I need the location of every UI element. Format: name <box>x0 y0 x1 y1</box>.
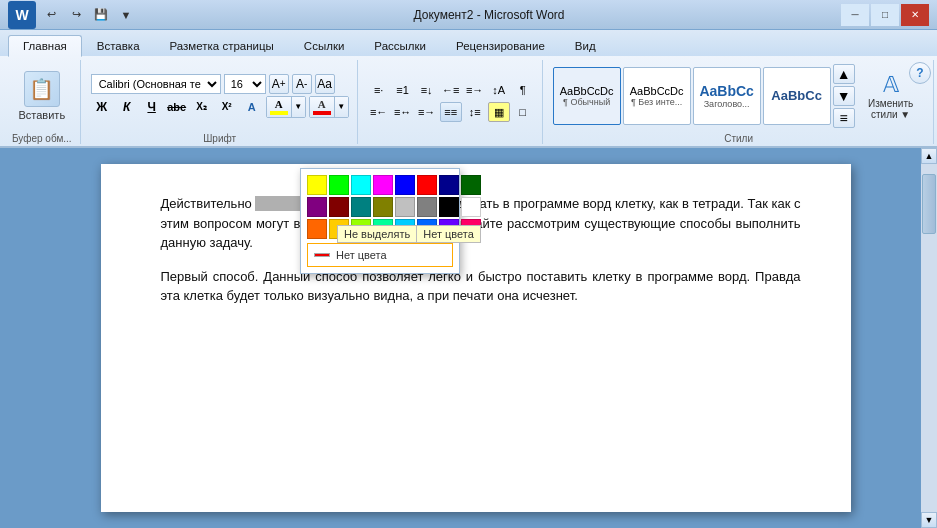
tooltip-content: Нет цвета <box>423 228 474 240</box>
tab-insert[interactable]: Вставка <box>82 35 155 56</box>
tab-review[interactable]: Рецензирование <box>441 35 560 56</box>
font-content: Calibri (Основная те... 16 A+ A- Aa Ж К … <box>91 60 349 131</box>
strikethrough-button[interactable]: аbe <box>166 97 188 117</box>
color-dark-green[interactable] <box>461 175 481 195</box>
tab-references[interactable]: Ссылки <box>289 35 360 56</box>
increase-indent-button[interactable]: ≡→ <box>464 80 486 100</box>
color-maroon[interactable] <box>329 197 349 217</box>
font-color-button[interactable]: А <box>310 97 334 117</box>
border-button[interactable]: □ <box>512 102 534 122</box>
help-button[interactable]: ? <box>909 62 931 84</box>
list-multilevel-button[interactable]: ≡↓ <box>416 80 438 100</box>
sort-button[interactable]: ↕A <box>488 80 510 100</box>
font-size-select[interactable]: 16 <box>224 74 266 94</box>
color-magenta[interactable] <box>373 175 393 195</box>
color-gray[interactable] <box>417 197 437 217</box>
color-black[interactable] <box>439 197 459 217</box>
ribbon-tabs: Главная Вставка Разметка страницы Ссылки… <box>0 30 937 56</box>
ribbon-group-styles: AaBbCcDc ¶ Обычный AaBbCcDc ¶ Без инте..… <box>545 60 934 144</box>
styles-down-button[interactable]: ▼ <box>833 86 855 106</box>
quick-access-toolbar: ↩ ↪ 💾 ▼ <box>40 4 137 26</box>
list-number-button[interactable]: ≡1 <box>392 80 414 100</box>
justify-button[interactable]: ≡≡ <box>440 102 462 122</box>
scroll-thumb[interactable] <box>922 174 936 234</box>
highlight-color-wrap: А ▼ <box>266 96 306 118</box>
align-left-button[interactable]: ≡← <box>368 102 390 122</box>
style-normal-preview: AaBbCcDc <box>560 85 614 97</box>
save-button[interactable]: 💾 <box>90 4 112 26</box>
font-controls: Calibri (Основная те... 16 A+ A- Aa Ж К … <box>91 74 349 118</box>
underline-button[interactable]: Ч <box>141 97 163 117</box>
font-color-dropdown-button[interactable]: ▼ <box>334 97 348 117</box>
color-orange[interactable] <box>307 219 327 239</box>
hover-label: Не выделять <box>344 228 410 240</box>
undo-button[interactable]: ↩ <box>40 4 62 26</box>
color-dark-blue[interactable] <box>439 175 459 195</box>
font-size-increase-button[interactable]: A+ <box>269 74 289 94</box>
font-size-decrease-button[interactable]: A- <box>292 74 312 94</box>
font-family-select[interactable]: Calibri (Основная те... <box>91 74 221 94</box>
styles-up-button[interactable]: ▲ <box>833 64 855 84</box>
style-heading2[interactable]: AaBbCc <box>763 67 831 125</box>
maximize-button[interactable]: □ <box>871 4 899 26</box>
styles-gallery: AaBbCcDc ¶ Обычный AaBbCcDc ¶ Без инте..… <box>553 67 831 125</box>
vertical-scrollbar[interactable]: ▲ ▼ <box>921 148 937 528</box>
subscript-button[interactable]: X₂ <box>191 97 213 117</box>
hover-tooltip: Не выделять <box>337 225 417 243</box>
ribbon-group-clipboard: 📋 Вставить Буфер обм... <box>4 60 81 144</box>
color-silver[interactable] <box>395 197 415 217</box>
scroll-up-button[interactable]: ▲ <box>921 148 937 164</box>
highlight-button[interactable]: А <box>267 97 291 117</box>
color-blue[interactable] <box>395 175 415 195</box>
close-button[interactable]: ✕ <box>901 4 929 26</box>
color-purple[interactable] <box>307 197 327 217</box>
style-normal-name: ¶ Обычный <box>563 97 610 107</box>
no-color-label: Нет цвета <box>336 249 387 261</box>
clear-format-button[interactable]: Aa <box>315 74 335 94</box>
color-green[interactable] <box>329 175 349 195</box>
style-heading2-preview: AaBbCc <box>771 88 822 103</box>
styles-more-button[interactable]: ≡ <box>833 108 855 128</box>
qa-dropdown-button[interactable]: ▼ <box>115 4 137 26</box>
word-logo-icon: W <box>8 1 36 29</box>
align-right-button[interactable]: ≡→ <box>416 102 438 122</box>
scroll-track[interactable] <box>921 164 937 512</box>
scroll-down-button[interactable]: ▼ <box>921 512 937 528</box>
shading-button[interactable]: ▦ <box>488 102 510 122</box>
styles-manage-buttons: ▲ ▼ ≡ <box>833 64 855 128</box>
list-bullet-button[interactable]: ≡· <box>368 80 390 100</box>
tab-mailings[interactable]: Рассылки <box>359 35 441 56</box>
no-color-button[interactable]: Нет цвета <box>307 243 453 267</box>
style-heading1[interactable]: AaBbCc Заголово... <box>693 67 761 125</box>
color-yellow[interactable] <box>307 175 327 195</box>
highlight-dropdown-button[interactable]: ▼ <box>291 97 305 117</box>
bold-button[interactable]: Ж <box>91 97 113 117</box>
color-cyan[interactable] <box>351 175 371 195</box>
decrease-indent-button[interactable]: ←≡ <box>440 80 462 100</box>
minimize-button[interactable]: ─ <box>841 4 869 26</box>
align-center-button[interactable]: ≡↔ <box>392 102 414 122</box>
style-normal[interactable]: AaBbCcDc ¶ Обычный <box>553 67 621 125</box>
style-no-spacing-name: ¶ Без инте... <box>631 97 682 107</box>
superscript-button[interactable]: X² <box>216 97 238 117</box>
style-no-spacing[interactable]: AaBbCcDc ¶ Без инте... <box>623 67 691 125</box>
color-white[interactable] <box>461 197 481 217</box>
redo-button[interactable]: ↪ <box>65 4 87 26</box>
show-formatting-button[interactable]: ¶ <box>512 80 534 100</box>
line-spacing-button[interactable]: ↕≡ <box>464 102 486 122</box>
italic-button[interactable]: К <box>116 97 138 117</box>
color-red[interactable] <box>417 175 437 195</box>
tab-page-layout[interactable]: Разметка страницы <box>155 35 289 56</box>
tab-home[interactable]: Главная <box>8 35 82 57</box>
ribbon-group-font: Calibri (Основная те... 16 A+ A- Aa Ж К … <box>83 60 358 144</box>
paste-button[interactable]: 📋 Вставить <box>13 69 72 123</box>
text-effect-button[interactable]: А <box>241 97 263 117</box>
title-bar: W ↩ ↪ 💾 ▼ Документ2 - Microsoft Word ─ □… <box>0 0 937 30</box>
tooltip-area: Не выделять Нет цвета <box>337 225 481 243</box>
para-row2: ≡← ≡↔ ≡→ ≡≡ ↕≡ ▦ □ <box>368 102 534 122</box>
paragraph-2: Первый способ. Данный способ позволяет л… <box>161 267 801 306</box>
color-teal[interactable] <box>351 197 371 217</box>
color-olive[interactable] <box>373 197 393 217</box>
tab-view[interactable]: Вид <box>560 35 611 56</box>
styles-group-label: Стили <box>724 131 753 144</box>
